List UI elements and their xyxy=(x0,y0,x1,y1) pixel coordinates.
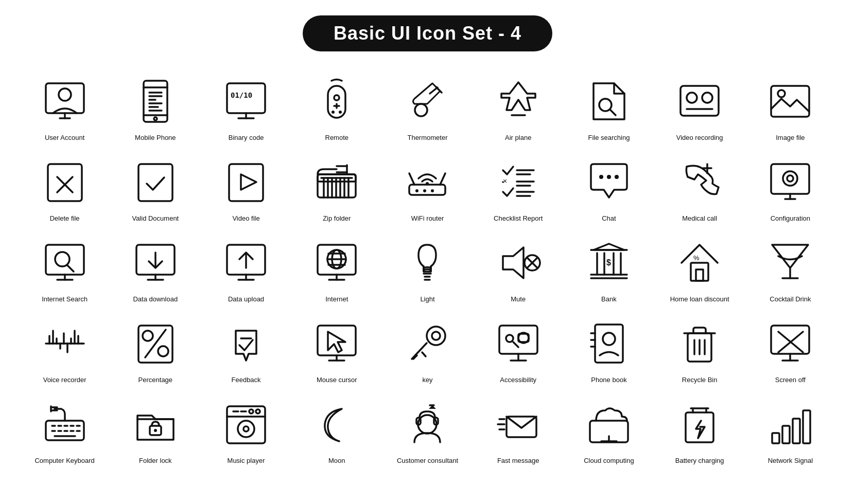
svg-point-60 xyxy=(423,189,426,192)
light-label: Light xyxy=(420,295,434,304)
configuration-label: Configuration xyxy=(771,214,810,223)
data-download-icon xyxy=(127,235,184,291)
icon-grid: User Account Mobile Phone 01/10 xyxy=(21,70,834,468)
svg-point-1 xyxy=(59,88,71,101)
svg-rect-223 xyxy=(803,410,810,443)
svg-rect-34 xyxy=(771,86,809,117)
cocktail-drink-icon xyxy=(762,235,818,291)
svg-marker-106 xyxy=(503,247,524,278)
svg-point-199 xyxy=(238,421,254,437)
svg-point-203 xyxy=(249,409,253,413)
svg-point-70 xyxy=(599,175,603,179)
phone-book-label: Phone book xyxy=(591,376,626,385)
video-file-icon xyxy=(218,154,274,210)
svg-marker-149 xyxy=(328,332,345,352)
svg-text:×: × xyxy=(503,177,507,185)
remote-icon xyxy=(308,73,365,130)
svg-point-76 xyxy=(783,171,797,186)
svg-point-72 xyxy=(615,175,619,179)
svg-point-19 xyxy=(334,95,339,100)
svg-point-81 xyxy=(55,252,69,266)
chat-cell: Chat xyxy=(565,151,653,226)
screen-off-label: Screen off xyxy=(775,376,806,385)
light-cell: Light xyxy=(383,231,471,307)
svg-line-29 xyxy=(610,110,616,115)
computer-keyboard-label: Computer Keyboard xyxy=(34,457,94,465)
data-download-label: Data download xyxy=(133,295,178,304)
video-recording-icon xyxy=(671,73,728,130)
percentage-cell: Percentage xyxy=(112,312,199,388)
video-recording-label: Video recording xyxy=(676,134,723,142)
svg-point-13 xyxy=(154,117,157,120)
internet-search-label: Internet Search xyxy=(42,295,88,304)
fast-message-icon xyxy=(490,396,547,453)
user-account-label: User Account xyxy=(45,134,84,142)
accessibility-label: Accessibility xyxy=(500,376,536,385)
checklist-report-cell: × Checklist Report xyxy=(475,151,562,226)
thermometer-cell: Thermometer xyxy=(383,70,471,146)
cloud-computing-icon xyxy=(581,396,637,453)
recycle-bin-cell: Recycle Bin xyxy=(656,312,743,388)
mute-label: Mute xyxy=(511,295,526,304)
svg-line-154 xyxy=(412,343,427,359)
svg-rect-30 xyxy=(680,86,719,116)
svg-rect-39 xyxy=(138,164,172,201)
svg-rect-18 xyxy=(328,86,345,118)
svg-point-200 xyxy=(243,426,249,431)
mute-icon xyxy=(490,235,547,291)
valid-document-icon xyxy=(127,154,184,210)
valid-document-label: Valid Document xyxy=(132,214,179,223)
phone-book-icon xyxy=(581,315,637,372)
music-player-label: Music player xyxy=(228,457,265,465)
moon-label: Moon xyxy=(328,457,345,465)
svg-point-32 xyxy=(702,93,712,103)
svg-point-71 xyxy=(607,175,611,179)
bank-cell: $ Bank xyxy=(565,231,653,307)
svg-point-153 xyxy=(432,332,440,340)
svg-line-163 xyxy=(513,342,518,347)
file-searching-label: File searching xyxy=(588,134,630,142)
svg-point-204 xyxy=(256,409,260,413)
feedback-icon xyxy=(218,315,274,372)
customer-consultant-cell: Customer consultant xyxy=(383,393,471,469)
svg-point-162 xyxy=(506,335,513,342)
data-upload-icon xyxy=(218,235,274,291)
svg-point-152 xyxy=(427,327,445,345)
svg-rect-55 xyxy=(409,185,445,195)
bank-icon: $ xyxy=(581,235,637,291)
svg-text:%: % xyxy=(693,254,700,262)
svg-rect-75 xyxy=(771,164,809,194)
wifi-router-icon xyxy=(399,154,456,210)
svg-rect-164 xyxy=(595,325,623,363)
accessibility-cell: Accessibility xyxy=(475,312,562,388)
svg-text:$: $ xyxy=(606,258,611,267)
checklist-report-label: Checklist Report xyxy=(494,214,543,223)
svg-rect-118 xyxy=(691,263,708,281)
binary-code-icon: 01/10 xyxy=(218,73,274,130)
phone-book-cell: Phone book xyxy=(565,312,653,388)
svg-rect-36 xyxy=(48,164,82,201)
thermometer-label: Thermometer xyxy=(407,134,447,142)
svg-point-168 xyxy=(603,333,615,345)
internet-search-icon xyxy=(37,235,93,291)
zip-folder-icon xyxy=(308,154,365,210)
svg-point-146 xyxy=(143,331,153,341)
image-file-label: Image file xyxy=(776,134,805,142)
customer-consultant-icon xyxy=(399,396,456,453)
air-plane-cell: Air plane xyxy=(475,70,562,146)
svg-line-145 xyxy=(145,330,166,357)
key-icon xyxy=(399,315,456,372)
moon-icon xyxy=(308,396,365,453)
svg-point-31 xyxy=(687,93,697,103)
mute-cell: Mute xyxy=(475,231,562,307)
svg-point-59 xyxy=(415,189,418,192)
battery-charging-icon xyxy=(671,396,728,453)
svg-rect-119 xyxy=(696,269,703,281)
cocktail-drink-cell: Cocktail Drink xyxy=(746,231,834,307)
music-player-icon xyxy=(218,396,274,453)
medical-call-icon xyxy=(671,154,728,210)
configuration-cell: Configuration xyxy=(746,151,834,226)
svg-line-56 xyxy=(409,173,414,185)
recycle-bin-icon xyxy=(671,315,728,372)
home-loan-discount-cell: % Home loan discount xyxy=(656,231,743,307)
